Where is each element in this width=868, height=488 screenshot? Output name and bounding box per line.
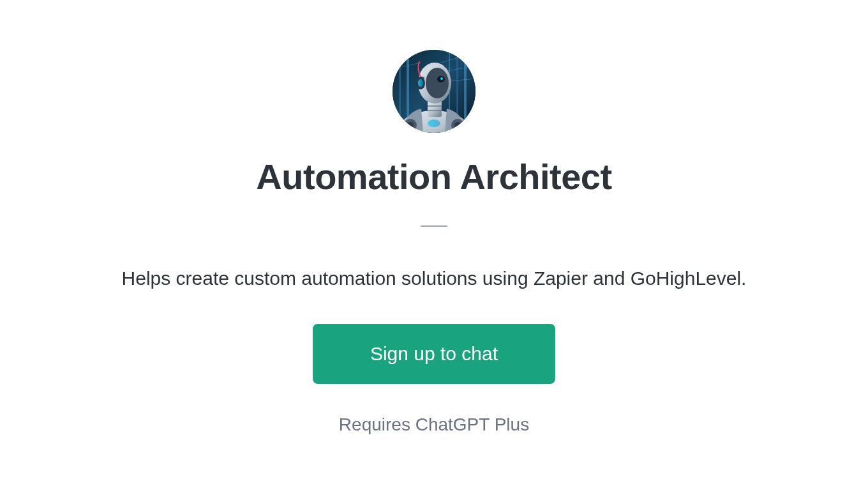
svg-point-23: [407, 122, 414, 128]
divider: [421, 225, 447, 227]
svg-point-20: [418, 79, 423, 87]
gpt-title: Automation Architect: [256, 156, 611, 197]
svg-point-15: [426, 68, 449, 98]
svg-rect-1: [399, 50, 401, 133]
svg-point-21: [428, 119, 440, 127]
svg-point-17: [440, 77, 443, 80]
signup-button[interactable]: Sign up to chat: [313, 324, 555, 384]
gpt-avatar: [393, 50, 475, 133]
svg-point-25: [454, 122, 461, 128]
gpt-description: Helps create custom automation solutions…: [122, 268, 747, 289]
requires-plus-text: Requires ChatGPT Plus: [339, 415, 529, 435]
svg-rect-4: [464, 50, 467, 133]
